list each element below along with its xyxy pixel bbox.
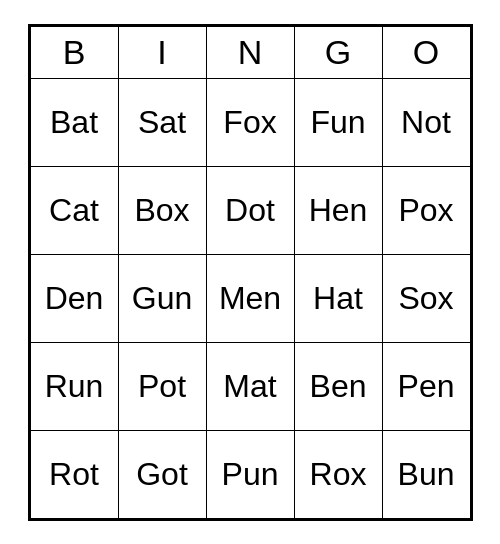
table-cell: Run: [30, 342, 118, 430]
table-cell: Pun: [206, 430, 294, 518]
header-cell: B: [30, 26, 118, 78]
table-row: CatBoxDotHenPox: [30, 166, 470, 254]
table-cell: Dot: [206, 166, 294, 254]
table-cell: Fun: [294, 78, 382, 166]
table-cell: Box: [118, 166, 206, 254]
table-cell: Got: [118, 430, 206, 518]
header-cell: G: [294, 26, 382, 78]
table-cell: Hen: [294, 166, 382, 254]
table-cell: Cat: [30, 166, 118, 254]
table-cell: Bun: [382, 430, 470, 518]
table-cell: Den: [30, 254, 118, 342]
table-row: DenGunMenHatSox: [30, 254, 470, 342]
header-cell: O: [382, 26, 470, 78]
table-cell: Rox: [294, 430, 382, 518]
table-cell: Gun: [118, 254, 206, 342]
header-row: BINGO: [30, 26, 470, 78]
header-cell: I: [118, 26, 206, 78]
table-row: RunPotMatBenPen: [30, 342, 470, 430]
table-cell: Pox: [382, 166, 470, 254]
table-row: BatSatFoxFunNot: [30, 78, 470, 166]
table-cell: Mat: [206, 342, 294, 430]
table-cell: Ben: [294, 342, 382, 430]
table-cell: Fox: [206, 78, 294, 166]
bingo-table: BINGO BatSatFoxFunNotCatBoxDotHenPoxDenG…: [30, 26, 471, 519]
header-cell: N: [206, 26, 294, 78]
table-cell: Pen: [382, 342, 470, 430]
table-cell: Bat: [30, 78, 118, 166]
table-row: RotGotPunRoxBun: [30, 430, 470, 518]
table-cell: Pot: [118, 342, 206, 430]
table-cell: Not: [382, 78, 470, 166]
table-cell: Men: [206, 254, 294, 342]
table-cell: Sox: [382, 254, 470, 342]
table-cell: Rot: [30, 430, 118, 518]
table-cell: Sat: [118, 78, 206, 166]
bingo-card: BINGO BatSatFoxFunNotCatBoxDotHenPoxDenG…: [28, 24, 473, 521]
table-cell: Hat: [294, 254, 382, 342]
